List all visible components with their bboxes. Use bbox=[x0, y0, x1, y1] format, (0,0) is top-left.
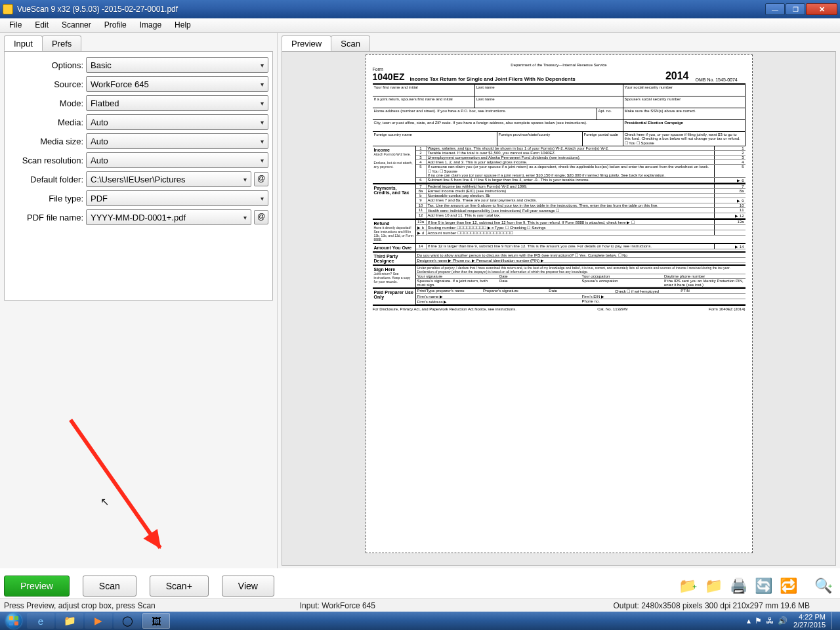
select-defaultfolder[interactable]: C:\Users\IEUser\Pictures bbox=[86, 171, 251, 187]
pdfname-options-button[interactable]: @ bbox=[254, 210, 268, 224]
preview-area[interactable]: Department of the Treasury—Internal Reve… bbox=[282, 51, 836, 566]
tab-prefs[interactable]: Prefs bbox=[42, 35, 81, 51]
taskbar: e 📁 ▶ ◯ 🖼 ▴ ⚑ 🖧 🔊 4:22 PM2/27/2015 bbox=[0, 612, 840, 630]
tray-chevron-icon[interactable]: ▴ bbox=[747, 616, 751, 625]
label-options: Options: bbox=[5, 60, 86, 70]
label-mediasize: Media size: bbox=[5, 136, 86, 146]
menu-bar: File Edit Scanner Profile Image Help bbox=[0, 18, 840, 33]
status-bar: Press Preview, adjust crop box, press Sc… bbox=[0, 598, 840, 612]
select-options[interactable]: Basic bbox=[86, 57, 268, 73]
scanplus-button[interactable]: Scan+ bbox=[150, 576, 209, 597]
action-button-row: Preview Scan Scan+ View 📁＋ 📁 🖨️ 🔄 🔁 🔍＋ bbox=[4, 574, 836, 598]
menu-file[interactable]: File bbox=[3, 18, 28, 32]
label-filetype: File type: bbox=[5, 194, 86, 203]
label-folder: Default folder: bbox=[5, 175, 86, 184]
tray-flag-icon[interactable]: ⚑ bbox=[755, 616, 762, 625]
printer-icon[interactable]: 🖨️ bbox=[728, 576, 748, 596]
close-button[interactable]: ✕ bbox=[806, 3, 837, 15]
preview-button[interactable]: Preview bbox=[4, 576, 70, 597]
select-media[interactable]: Auto bbox=[86, 114, 268, 130]
input-tab-body: Options:Basic Source:WorkForce 645 Mode:… bbox=[4, 51, 273, 301]
label-media: Media: bbox=[5, 117, 86, 127]
windows-orb-icon bbox=[6, 613, 22, 629]
app-icon bbox=[3, 4, 13, 14]
tray-network-icon[interactable]: 🖧 bbox=[766, 616, 774, 625]
view-button[interactable]: View bbox=[222, 576, 274, 597]
settings-pane: Input Prefs Options:Basic Source:WorkFor… bbox=[0, 33, 278, 568]
minimize-button[interactable]: — bbox=[765, 3, 785, 15]
browse-folder-button[interactable]: @ bbox=[254, 172, 268, 186]
select-mediasize[interactable]: Auto bbox=[86, 133, 268, 149]
scan-button[interactable]: Scan bbox=[83, 576, 136, 597]
window-titlebar: VueScan 9 x32 (9.5.03) -2015-02-27-0001.… bbox=[0, 0, 840, 18]
tray-clock[interactable]: 4:22 PM2/27/2015 bbox=[793, 613, 826, 629]
select-scanresolution[interactable]: Auto bbox=[86, 152, 268, 168]
folder-icon[interactable]: 📁 bbox=[704, 576, 723, 596]
taskbar-ie[interactable]: e bbox=[27, 613, 54, 629]
menu-edit[interactable]: Edit bbox=[28, 18, 55, 32]
tab-scan[interactable]: Scan bbox=[331, 35, 370, 51]
menu-profile[interactable]: Profile bbox=[98, 18, 133, 32]
rotate-right-icon[interactable]: 🔁 bbox=[778, 576, 798, 596]
select-filetype[interactable]: PDF bbox=[86, 190, 268, 206]
menu-image[interactable]: Image bbox=[133, 18, 168, 32]
tab-input[interactable]: Input bbox=[4, 35, 43, 51]
taskbar-vuescan[interactable]: 🖼 bbox=[142, 613, 170, 629]
status-input: Input: WorkForce 645 bbox=[300, 601, 375, 610]
menu-help[interactable]: Help bbox=[168, 18, 198, 32]
window-title: VueScan 9 x32 (9.5.03) -2015-02-27-0001.… bbox=[17, 5, 765, 14]
label-mode: Mode: bbox=[5, 98, 86, 108]
zoom-icon[interactable]: 🔍＋ bbox=[814, 576, 833, 596]
menu-scanner[interactable]: Scanner bbox=[55, 18, 98, 32]
select-pdffilename[interactable]: YYYY-MM-DD-0001+.pdf bbox=[86, 209, 251, 225]
new-folder-icon[interactable]: 📁＋ bbox=[679, 576, 698, 596]
status-output: Output: 2480x3508 pixels 300 dpi 210x297… bbox=[613, 601, 810, 610]
maximize-button[interactable]: ❐ bbox=[786, 3, 805, 15]
taskbar-explorer[interactable]: 📁 bbox=[56, 613, 83, 629]
select-source[interactable]: WorkForce 645 bbox=[86, 76, 268, 92]
scanned-document: Department of the Treasury—Internal Reve… bbox=[366, 54, 753, 553]
label-scanres: Scan resolution: bbox=[5, 156, 86, 165]
label-source: Source: bbox=[5, 79, 86, 89]
rotate-left-icon[interactable]: 🔄 bbox=[753, 576, 773, 596]
tray-volume-icon[interactable]: 🔊 bbox=[778, 616, 788, 625]
taskbar-media[interactable]: ▶ bbox=[85, 613, 112, 629]
taskbar-chrome[interactable]: ◯ bbox=[114, 613, 141, 629]
preview-pane: Preview Scan Department of the Treasury—… bbox=[278, 33, 840, 568]
status-hint: Press Preview, adjust crop box, press Sc… bbox=[4, 601, 156, 610]
tab-preview[interactable]: Preview bbox=[282, 35, 331, 51]
show-desktop-button[interactable] bbox=[831, 612, 837, 629]
select-mode[interactable]: Flatbed bbox=[86, 95, 268, 111]
mouse-cursor-icon: ↖ bbox=[100, 495, 109, 508]
label-pdfname: PDF file name: bbox=[5, 213, 86, 222]
start-button[interactable] bbox=[1, 612, 26, 629]
